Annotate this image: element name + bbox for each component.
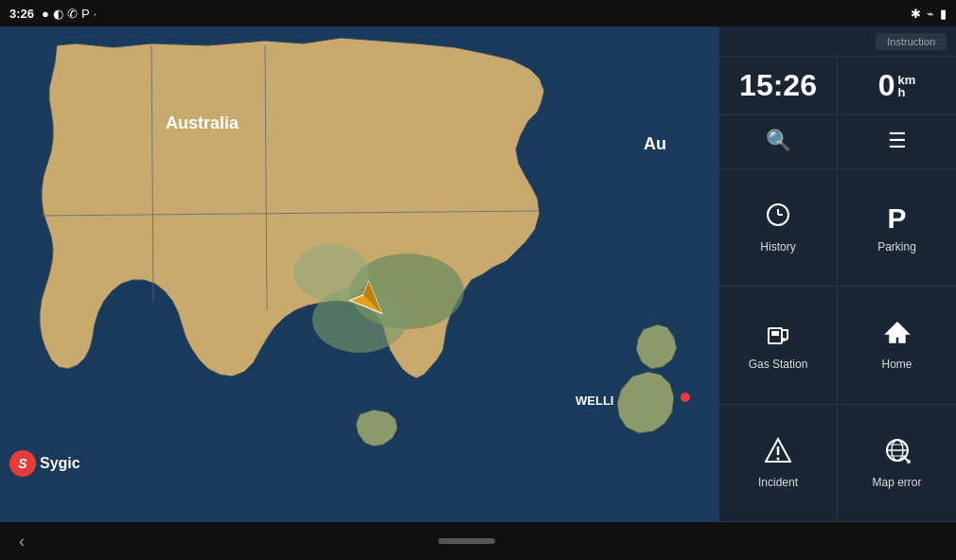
instruction-bar: Instruction xyxy=(719,26,956,57)
map-error-label: Map error xyxy=(872,476,921,489)
gas-station-icon xyxy=(765,319,791,352)
svg-text:Australia: Australia xyxy=(166,114,239,132)
svg-rect-17 xyxy=(771,331,779,336)
instruction-button[interactable]: Instruction xyxy=(876,33,947,50)
menu-icon: ☰ xyxy=(888,129,907,153)
battery-icon: ▮ xyxy=(940,7,947,21)
dot-icon: · xyxy=(94,7,97,21)
history-button[interactable]: History xyxy=(719,169,838,287)
map-svg: Australia Au WELLI xyxy=(0,26,719,522)
search-icon: 🔍 xyxy=(766,129,791,153)
incident-icon xyxy=(765,437,791,470)
phone-icon: ✆ xyxy=(67,7,78,21)
menu-button[interactable]: ☰ xyxy=(838,115,956,168)
status-bar: 3:26 ● ◐ ✆ P · ✱ ⌁ ▮ xyxy=(0,0,956,26)
parking-label: Parking xyxy=(877,240,916,254)
status-right-icons: ✱ ⌁ ▮ xyxy=(911,7,947,21)
dist-unit-h: h xyxy=(898,86,916,98)
bluetooth-icon: ✱ xyxy=(911,7,921,21)
home-button[interactable]: Home xyxy=(838,287,956,404)
incident-label: Incident xyxy=(758,476,798,489)
dist-cell: 0 km h xyxy=(838,57,956,114)
parking-button[interactable]: P Parking xyxy=(838,169,956,287)
half-circle-icon: ◐ xyxy=(53,7,63,21)
parking-status-icon: P xyxy=(81,7,90,21)
svg-point-18 xyxy=(782,338,786,341)
home-indicator[interactable] xyxy=(438,538,495,544)
dist-unit: km h xyxy=(898,74,916,98)
gas-station-label: Gas Station xyxy=(749,358,808,371)
search-menu-row: 🔍 ☰ xyxy=(719,115,956,169)
sygic-logo-text: Sygic xyxy=(40,455,80,472)
back-button[interactable]: ‹ xyxy=(19,532,25,551)
map-error-icon xyxy=(884,437,911,470)
bottom-bar: ‹ xyxy=(0,522,956,560)
search-button[interactable]: 🔍 xyxy=(719,115,838,168)
incident-button[interactable]: Incident xyxy=(719,405,838,522)
history-icon xyxy=(765,201,791,235)
svg-point-12 xyxy=(681,393,690,402)
time-cell: 15:26 xyxy=(719,57,838,114)
status-icons: ● ◐ ✆ P · xyxy=(42,7,97,21)
history-label: History xyxy=(760,240,795,254)
status-time: 3:26 xyxy=(9,7,34,21)
circle-icon: ● xyxy=(42,7,49,21)
time-value: 15:26 xyxy=(739,68,817,103)
sygic-logo-icon: S xyxy=(9,450,36,477)
time-distance-row: 15:26 0 km h xyxy=(719,57,956,115)
right-panel: Instruction 15:26 0 km h 🔍 ☰ xyxy=(719,26,956,522)
svg-point-29 xyxy=(907,460,911,464)
svg-marker-19 xyxy=(886,323,909,342)
gas-station-button[interactable]: Gas Station xyxy=(719,287,838,404)
dist-value: 0 xyxy=(878,68,895,103)
svg-text:WELLI: WELLI xyxy=(575,394,613,408)
svg-point-3 xyxy=(293,244,369,301)
parking-icon: P xyxy=(887,202,906,235)
svg-point-22 xyxy=(777,457,780,460)
svg-text:Au: Au xyxy=(644,134,666,153)
dist-unit-km: km xyxy=(898,74,916,86)
map-error-button[interactable]: Map error xyxy=(838,405,956,522)
location-icon: ⌁ xyxy=(927,7,934,21)
sygic-logo: S Sygic xyxy=(9,450,80,477)
map-area[interactable]: Australia Au WELLI S Sygic xyxy=(0,26,719,522)
home-icon xyxy=(884,319,911,352)
home-label: Home xyxy=(881,358,912,371)
action-grid: History P Parking Gas Station xyxy=(719,169,956,522)
